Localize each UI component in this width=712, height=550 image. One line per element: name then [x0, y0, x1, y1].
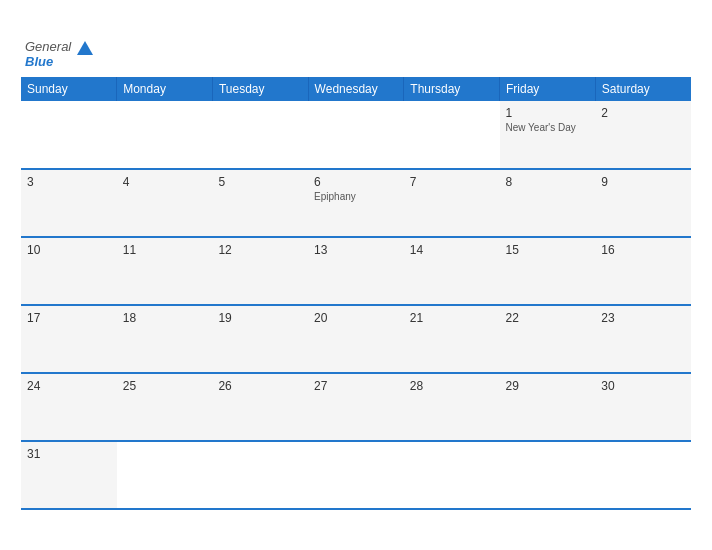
weekday-header-row: SundayMondayTuesdayWednesdayThursdayFrid…	[21, 77, 691, 101]
calendar-cell	[212, 441, 308, 509]
day-number: 22	[506, 311, 590, 325]
weekday-friday: Friday	[500, 77, 596, 101]
calendar-cell	[500, 441, 596, 509]
day-number: 29	[506, 379, 590, 393]
calendar-cell: 28	[404, 373, 500, 441]
day-number: 16	[601, 243, 685, 257]
weekday-wednesday: Wednesday	[308, 77, 404, 101]
calendar-cell: 7	[404, 169, 500, 237]
calendar-cell: 5	[212, 169, 308, 237]
calendar-cell	[21, 101, 117, 169]
calendar-cell: 23	[595, 305, 691, 373]
calendar-cell: 3	[21, 169, 117, 237]
calendar-container: General Blue SundayMondayTuesdayWednesda…	[11, 30, 701, 520]
weekday-thursday: Thursday	[404, 77, 500, 101]
weekday-monday: Monday	[117, 77, 213, 101]
day-number: 9	[601, 175, 685, 189]
calendar-cell: 15	[500, 237, 596, 305]
day-number: 11	[123, 243, 207, 257]
day-number: 25	[123, 379, 207, 393]
calendar-cell: 14	[404, 237, 500, 305]
calendar-cell: 26	[212, 373, 308, 441]
day-number: 24	[27, 379, 111, 393]
calendar-cell: 22	[500, 305, 596, 373]
day-number: 5	[218, 175, 302, 189]
day-number: 14	[410, 243, 494, 257]
calendar-cell: 2	[595, 101, 691, 169]
day-number: 17	[27, 311, 111, 325]
week-row-2: 3456Epiphany789	[21, 169, 691, 237]
week-row-3: 10111213141516	[21, 237, 691, 305]
calendar-cell: 24	[21, 373, 117, 441]
weekday-saturday: Saturday	[595, 77, 691, 101]
calendar-cell: 30	[595, 373, 691, 441]
day-number: 6	[314, 175, 398, 189]
day-number: 12	[218, 243, 302, 257]
day-number: 15	[506, 243, 590, 257]
logo: General Blue	[25, 40, 93, 69]
week-row-6: 31	[21, 441, 691, 509]
logo-general-text: General	[25, 40, 93, 55]
calendar-cell	[308, 441, 404, 509]
day-number: 8	[506, 175, 590, 189]
calendar-cell	[595, 441, 691, 509]
calendar-cell: 16	[595, 237, 691, 305]
calendar-cell: 4	[117, 169, 213, 237]
calendar-cell: 1New Year's Day	[500, 101, 596, 169]
day-event: Epiphany	[314, 191, 398, 202]
day-number: 18	[123, 311, 207, 325]
day-event: New Year's Day	[506, 122, 590, 133]
week-row-1: 1New Year's Day2	[21, 101, 691, 169]
calendar-cell: 17	[21, 305, 117, 373]
calendar-cell: 31	[21, 441, 117, 509]
day-number: 3	[27, 175, 111, 189]
calendar-cell	[117, 441, 213, 509]
day-number: 23	[601, 311, 685, 325]
calendar-cell	[212, 101, 308, 169]
day-number: 2	[601, 106, 685, 120]
calendar-cell: 8	[500, 169, 596, 237]
svg-marker-0	[77, 41, 93, 55]
day-number: 26	[218, 379, 302, 393]
day-number: 30	[601, 379, 685, 393]
calendar-cell: 25	[117, 373, 213, 441]
day-number: 13	[314, 243, 398, 257]
day-number: 19	[218, 311, 302, 325]
logo-blue-text: Blue	[25, 55, 53, 69]
calendar-cell: 29	[500, 373, 596, 441]
weekday-tuesday: Tuesday	[212, 77, 308, 101]
calendar-table: SundayMondayTuesdayWednesdayThursdayFrid…	[21, 77, 691, 510]
calendar-cell: 13	[308, 237, 404, 305]
week-row-4: 17181920212223	[21, 305, 691, 373]
day-number: 1	[506, 106, 590, 120]
calendar-cell: 12	[212, 237, 308, 305]
day-number: 10	[27, 243, 111, 257]
calendar-cell: 9	[595, 169, 691, 237]
calendar-cell	[117, 101, 213, 169]
weekday-sunday: Sunday	[21, 77, 117, 101]
calendar-cell	[404, 101, 500, 169]
calendar-cell: 10	[21, 237, 117, 305]
calendar-header: General Blue	[21, 40, 691, 69]
calendar-cell: 20	[308, 305, 404, 373]
calendar-cell: 21	[404, 305, 500, 373]
calendar-cell	[404, 441, 500, 509]
day-number: 31	[27, 447, 111, 461]
calendar-cell: 18	[117, 305, 213, 373]
day-number: 28	[410, 379, 494, 393]
calendar-cell: 19	[212, 305, 308, 373]
calendar-cell: 6Epiphany	[308, 169, 404, 237]
calendar-cell	[308, 101, 404, 169]
day-number: 27	[314, 379, 398, 393]
day-number: 21	[410, 311, 494, 325]
day-number: 20	[314, 311, 398, 325]
week-row-5: 24252627282930	[21, 373, 691, 441]
calendar-cell: 11	[117, 237, 213, 305]
day-number: 7	[410, 175, 494, 189]
calendar-cell: 27	[308, 373, 404, 441]
day-number: 4	[123, 175, 207, 189]
